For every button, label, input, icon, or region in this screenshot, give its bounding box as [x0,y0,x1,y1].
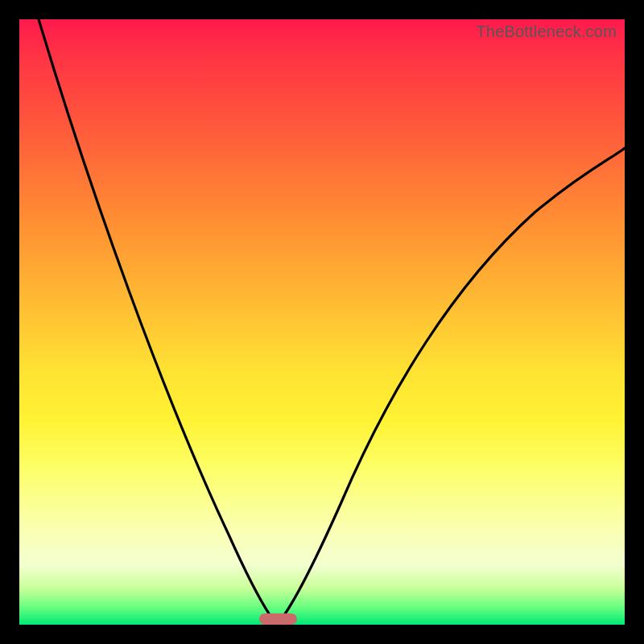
right-branch-curve [277,148,625,625]
left-branch-curve [39,19,277,625]
chart-frame: TheBottleneck.com [0,0,644,644]
plot-area: TheBottleneck.com [19,19,625,625]
curve-svg [19,19,625,625]
optimal-marker [259,613,297,625]
